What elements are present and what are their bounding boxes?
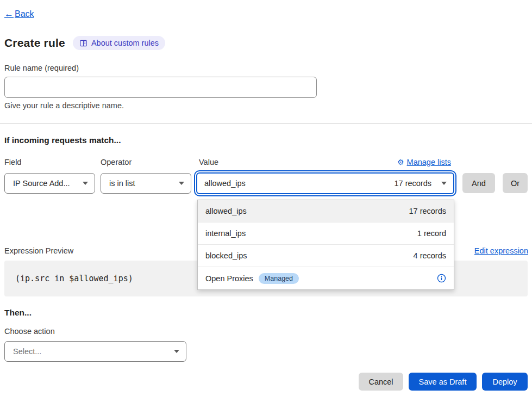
list-option-records: 4 records (414, 251, 446, 260)
list-option-name: internal_ips (205, 229, 246, 238)
list-option-blocked-ips[interactable]: blocked_ips 4 records (198, 245, 454, 267)
value-combobox-focus-ring: allowed_ips 17 records (194, 170, 456, 196)
save-as-draft-button[interactable]: Save as Draft (409, 373, 477, 391)
expression-preview-label: Expression Preview (4, 246, 73, 255)
cancel-button[interactable]: Cancel (359, 373, 403, 391)
list-option-name: Open Proxies (205, 274, 253, 283)
chevron-down-icon (83, 182, 88, 185)
rule-name-label: Rule name (required) (4, 64, 79, 72)
list-option-open-proxies[interactable]: Open Proxies Managed (198, 267, 454, 289)
operator-label: Operator (101, 158, 132, 166)
create-rule-page: ←Back Create rule About custom rules Rul… (0, 0, 532, 402)
list-option-records: 17 records (409, 207, 446, 215)
edit-expression-link[interactable]: Edit expression (474, 246, 528, 255)
back-label: Back (15, 9, 34, 19)
value-selected-name: allowed_ips (204, 179, 246, 188)
field-label: Field (4, 158, 21, 166)
operator-select[interactable]: is in list (101, 173, 191, 194)
value-combobox[interactable]: allowed_ips 17 records (196, 172, 454, 194)
list-option-name: blocked_ips (205, 251, 247, 260)
rule-name-input[interactable] (4, 77, 317, 98)
list-option-records: 1 record (417, 229, 446, 238)
title-row: Create rule About custom rules (4, 36, 165, 50)
or-button[interactable]: Or (503, 173, 528, 193)
value-label: Value (199, 158, 218, 166)
chevron-down-icon (174, 350, 179, 353)
then-section-heading: Then... (4, 308, 32, 318)
book-icon (79, 39, 87, 47)
about-badge-label: About custom rules (91, 39, 159, 47)
section-divider (0, 123, 532, 123)
list-dropdown-panel: allowed_ips 17 records internal_ips 1 re… (197, 200, 454, 290)
expression-code: (ip.src in $allowed_ips) (15, 274, 133, 283)
operator-select-value: is in list (109, 179, 135, 188)
managed-badge: Managed (259, 273, 299, 284)
and-button[interactable]: And (462, 173, 495, 193)
about-custom-rules-link[interactable]: About custom rules (73, 36, 165, 50)
chevron-down-icon (179, 182, 184, 185)
deploy-button[interactable]: Deploy (482, 373, 528, 391)
back-arrow-icon: ← (4, 9, 14, 20)
manage-lists: ⚙ Manage lists (397, 158, 451, 166)
gear-icon: ⚙ (397, 158, 404, 166)
value-selected-records: 17 records (394, 179, 431, 188)
list-option-internal-ips[interactable]: internal_ips 1 record (198, 222, 454, 245)
field-select-value: IP Source Add... (13, 179, 70, 188)
action-select-placeholder: Select... (13, 347, 41, 356)
choose-action-label: Choose action (4, 327, 55, 336)
list-option-name: allowed_ips (205, 207, 247, 215)
match-section-heading: If incoming requests match... (4, 135, 121, 145)
page-title: Create rule (4, 36, 65, 50)
info-icon[interactable] (437, 274, 446, 283)
field-select[interactable]: IP Source Add... (4, 173, 95, 194)
rule-name-helper: Give your rule a descriptive name. (4, 101, 124, 110)
action-select[interactable]: Select... (4, 341, 186, 362)
manage-lists-link[interactable]: Manage lists (407, 158, 451, 166)
list-option-allowed-ips[interactable]: allowed_ips 17 records (198, 200, 454, 222)
back-link[interactable]: ←Back (4, 9, 34, 20)
chevron-down-icon (441, 182, 447, 185)
